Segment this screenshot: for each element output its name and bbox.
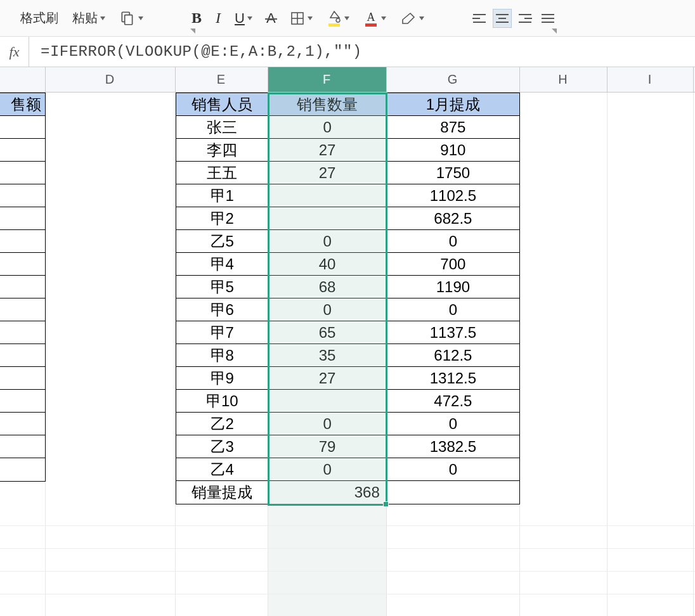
left-cell[interactable]: 00 [0,321,45,344]
cell-g[interactable]: 682.5 [387,207,519,230]
cell-e[interactable]: 甲7 [176,321,268,344]
underline-button[interactable]: U [232,9,255,28]
cell-f[interactable]: 27 [268,139,386,162]
cell-e[interactable]: 甲10 [176,390,268,413]
italic-button[interactable]: I [213,8,223,28]
column-header-partial[interactable] [0,67,46,92]
cell-g[interactable]: 1312.5 [387,367,519,390]
cell-g[interactable]: 1190 [387,276,519,298]
cell-g[interactable] [387,481,519,504]
formula-input[interactable]: =IFERROR(VLOOKUP(@E:E,A:B,2,1),"") [29,43,695,60]
cell-g[interactable]: 0 [387,413,519,435]
left-cell[interactable]: 00 [0,276,45,298]
left-cell[interactable] [0,207,45,230]
left-cell[interactable]: 00 [0,390,45,413]
eraser-button[interactable] [398,10,427,27]
cell-g[interactable]: 0 [387,230,519,253]
cell-g[interactable]: 1102.5 [387,184,519,207]
cell-e[interactable]: 甲1 [176,184,268,207]
left-cell[interactable] [0,413,45,435]
cell-f[interactable]: 65 [268,321,386,344]
align-left-button[interactable] [470,9,489,28]
align-right-button[interactable] [516,9,535,28]
align-group [452,9,564,28]
paste-button[interactable]: 粘贴 [70,8,108,28]
cell-e[interactable]: 王五 [176,162,268,184]
left-cell[interactable]: 00 [0,253,45,276]
cell-f[interactable] [268,390,386,413]
sheet-body[interactable]: 售额0000000000000000000000 销售人员销售数量1月提成张三0… [0,93,695,616]
left-cell[interactable] [0,298,45,321]
font-color-button[interactable]: A [361,8,389,29]
column-header-g[interactable]: G [387,67,520,92]
cell-e[interactable]: 乙3 [176,435,268,458]
left-cell[interactable]: 00 [0,344,45,367]
borders-button[interactable] [287,10,315,27]
cell-e[interactable]: 甲8 [176,344,268,367]
left-cell[interactable]: 00 [0,162,45,184]
cell-e[interactable]: 乙4 [176,458,268,481]
cell-f[interactable]: 0 [268,413,386,435]
format-painter-button[interactable]: 格式刷 [18,8,61,28]
align-center-button[interactable] [493,9,512,28]
cell-g[interactable]: 875 [387,116,519,139]
cell-g[interactable]: 910 [387,139,519,162]
column-header-e[interactable]: E [176,67,268,92]
table-row: 李四27910 [176,139,519,162]
cell-g[interactable]: 1137.5 [387,321,519,344]
cell-e[interactable]: 甲2 [176,207,268,230]
group-expand-icon[interactable] [190,29,195,34]
cell-g[interactable]: 612.5 [387,344,519,367]
cell-e[interactable]: 乙2 [176,413,268,435]
column-header-d[interactable]: D [46,67,176,92]
cell-f[interactable] [268,207,386,230]
table-row: 00 [0,139,45,162]
cell-f[interactable]: 0 [268,458,386,481]
left-cell[interactable]: 00 [0,116,45,139]
cell-g[interactable]: 700 [387,253,519,276]
cell-e[interactable]: 张三 [176,116,268,139]
align-justify-button[interactable] [538,9,557,28]
cell-g[interactable]: 0 [387,298,519,321]
left-cell[interactable]: 00 [0,184,45,207]
table-row: 甲5681190 [176,276,519,298]
cell-f[interactable]: 68 [268,276,386,298]
column-header-h[interactable]: H [520,67,607,92]
cell-f[interactable]: 0 [268,116,386,139]
left-cell[interactable]: 00 [0,139,45,162]
cell-g[interactable]: 1382.5 [387,435,519,458]
fill-color-button[interactable] [324,8,352,29]
cell-f[interactable]: 27 [268,367,386,390]
column-header-f[interactable]: F [268,67,387,92]
column-header-i[interactable]: I [607,67,694,92]
cell-g[interactable]: 472.5 [387,390,519,413]
bold-button[interactable]: B [189,8,204,28]
cell-f[interactable]: 40 [268,253,386,276]
caret-icon [138,16,143,20]
cell-f[interactable]: 368 [268,481,386,504]
cell-e[interactable]: 甲5 [176,276,268,298]
cell-e[interactable]: 甲4 [176,253,268,276]
left-cell[interactable] [0,458,45,481]
table-row [0,230,45,253]
cell-f[interactable]: 79 [268,435,386,458]
cell-e[interactable]: 销量提成 [176,481,268,504]
cell-f[interactable]: 0 [268,298,386,321]
left-cell[interactable]: 00 [0,367,45,390]
cell-g[interactable]: 0 [387,458,519,481]
borders-icon [290,11,305,26]
cell-g[interactable]: 1750 [387,162,519,184]
cell-e[interactable]: 李四 [176,139,268,162]
left-cell[interactable]: 00 [0,435,45,458]
cell-e[interactable]: 甲9 [176,367,268,390]
group-expand-icon[interactable] [552,29,557,34]
copy-button[interactable] [117,9,146,28]
strikethrough-button[interactable]: A [264,9,278,28]
cell-f[interactable] [268,184,386,207]
cell-e[interactable]: 甲6 [176,298,268,321]
cell-f[interactable]: 0 [268,230,386,253]
cell-e[interactable]: 乙5 [176,230,268,253]
left-cell[interactable] [0,230,45,253]
cell-f[interactable]: 35 [268,344,386,367]
cell-f[interactable]: 27 [268,162,386,184]
